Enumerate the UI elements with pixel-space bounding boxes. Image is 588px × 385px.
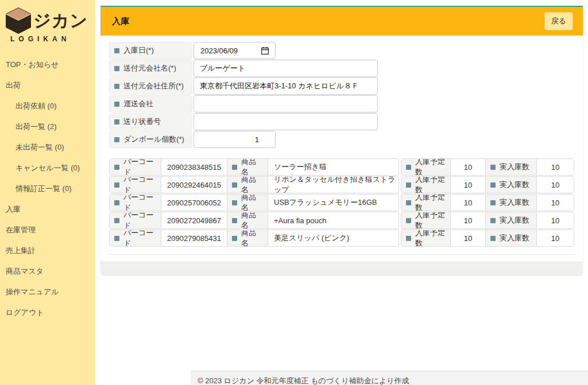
actual-qty-label: 実入庫数 [486, 230, 537, 246]
sidebar-menu-item[interactable]: 情報訂正一覧 (0) [0, 178, 95, 199]
actual-qty-value: 10 [537, 212, 574, 228]
inbound-date-input[interactable]: 2023/06/09 [194, 42, 276, 59]
logo-cube-icon [6, 7, 31, 34]
sidebar-menu-item[interactable]: 出荷依頼 (0) [0, 96, 95, 116]
back-button[interactable]: 戻る [544, 12, 573, 30]
logo[interactable]: ジカン LOGIKAN [0, 0, 95, 43]
card-body: 入庫日(*) 2023/06/09 送付元会社名(*) [100, 36, 583, 262]
sender-address-input[interactable] [194, 77, 378, 95]
item-info-group: バーコード 2090272049867 商品名 +Aura fia pouch [109, 212, 399, 229]
square-bullet-icon [490, 182, 496, 188]
item-info-group: バーコード 2090279085431 商品名 美足スリッパ (ピンク) [109, 230, 399, 247]
tracking-number-label: 送り状番号 [109, 113, 192, 130]
form-row-sender-address: 送付元会社住所(*) [109, 77, 574, 95]
square-bullet-icon [406, 218, 411, 223]
product-name-label: 商品名 [227, 177, 268, 193]
sidebar: ジカン LOGIKAN TOP・お知らせ 出荷 出荷依頼 (0) 出荷一覧 (2… [0, 0, 95, 385]
tracking-number-input[interactable] [194, 113, 378, 130]
square-bullet-icon [114, 236, 119, 241]
sidebar-menu-item[interactable]: 出荷 [0, 75, 95, 96]
product-name-value: リボン＆タッセル付き招き猫ストラップ [268, 177, 399, 193]
form-row-carrier: 運送会社 [109, 95, 574, 112]
square-bullet-icon [114, 200, 119, 205]
barcode-value: 2090292464015 [161, 177, 227, 193]
page-title: 入庫 [112, 16, 129, 27]
expected-qty-value: 10 [451, 177, 486, 193]
sidebar-menu-item[interactable]: キャンセル一覧 (0) [0, 158, 95, 178]
sender-address-label: 送付元会社住所(*) [109, 77, 192, 95]
calendar-icon[interactable] [261, 47, 269, 55]
inbound-date-label: 入庫日(*) [109, 42, 192, 59]
square-bullet-icon [406, 200, 411, 205]
product-name-value: +Aura fia pouch [268, 212, 399, 228]
barcode-value: 2090257006052 [161, 195, 227, 211]
square-bullet-icon [232, 200, 237, 205]
table-row: バーコード 2090257006052 商品名 USBフラッシュメモリー16GB… [109, 194, 574, 211]
square-bullet-icon [232, 218, 237, 223]
actual-qty-value: 10 [537, 195, 574, 211]
item-info-group: バーコード 2090238348515 商品名 ソーラー招き猫 [109, 158, 399, 176]
sidebar-menu-item[interactable]: 売上集計 [0, 240, 95, 261]
square-bullet-icon [490, 236, 496, 241]
barcode-value: 2090279085431 [161, 230, 227, 246]
form-row-tracking-number: 送り状番号 [109, 113, 574, 130]
sidebar-menu-item[interactable]: 操作マニュアル [0, 282, 95, 302]
expected-qty-value: 10 [451, 195, 486, 211]
carrier-label: 運送会社 [109, 95, 192, 112]
box-count-input[interactable] [194, 131, 276, 148]
expected-qty-label: 入庫予定数 [401, 177, 451, 193]
sidebar-menu-item[interactable]: 商品マスタ [0, 261, 95, 282]
product-name-label: 商品名 [227, 159, 268, 175]
expected-qty-label: 入庫予定数 [401, 230, 451, 246]
expected-qty-label: 入庫予定数 [401, 212, 451, 228]
actual-qty-value: 10 [537, 177, 574, 193]
actual-qty-label: 実入庫数 [486, 159, 537, 175]
barcode-value: 2090238348515 [161, 159, 227, 175]
square-bullet-icon [490, 165, 496, 170]
product-name-value: USBフラッシュメモリー16GB [268, 195, 399, 211]
product-name-value: ソーラー招き猫 [268, 159, 399, 175]
quantity-group: 入庫予定数 10 実入庫数 10 [401, 212, 574, 229]
table-row: バーコード 2090238348515 商品名 ソーラー招き猫 入庫予定数 10… [109, 158, 574, 176]
square-bullet-icon [114, 119, 119, 125]
carrier-input[interactable] [194, 95, 378, 112]
barcode-label: バーコード [110, 195, 161, 211]
table-row: バーコード 2090292464015 商品名 リボン＆タッセル付き招き猫ストラ… [109, 176, 574, 193]
sidebar-menu-item[interactable]: ログアウト [0, 302, 95, 323]
item-info-group: バーコード 2090292464015 商品名 リボン＆タッセル付き招き猫ストラ… [109, 176, 399, 193]
brand-name-jp: ジカン [33, 9, 88, 33]
sidebar-menu-item[interactable]: TOP・お知らせ [0, 55, 95, 75]
square-bullet-icon [232, 165, 237, 170]
item-info-group: バーコード 2090257006052 商品名 USBフラッシュメモリー16GB [109, 194, 399, 211]
actual-qty-value: 10 [537, 159, 574, 175]
square-bullet-icon [114, 218, 119, 223]
barcode-label: バーコード [110, 177, 161, 193]
actual-qty-label: 実入庫数 [486, 177, 537, 193]
sidebar-menu-item[interactable]: 在庫管理 [0, 220, 95, 240]
expected-qty-value: 10 [451, 159, 486, 175]
sidebar-menu: TOP・お知らせ 出荷 出荷依頼 (0) 出荷一覧 (2) 未出荷一覧 (0) … [0, 55, 95, 323]
quantity-group: 入庫予定数 10 実入庫数 10 [401, 230, 574, 247]
items-table: バーコード 2090238348515 商品名 ソーラー招き猫 入庫予定数 10… [109, 158, 574, 247]
main-content: 入庫 戻る 入庫日(*) 2023/06/09 [95, 6, 588, 385]
barcode-label: バーコード [110, 159, 161, 175]
sidebar-menu-item[interactable]: 未出荷一覧 (0) [0, 137, 95, 158]
sender-company-label: 送付元会社名(*) [109, 60, 192, 77]
brand-name-en: LOGIKAN [10, 35, 95, 43]
square-bullet-icon [114, 84, 119, 89]
square-bullet-icon [114, 66, 119, 71]
square-bullet-icon [114, 48, 119, 53]
sender-company-input[interactable] [194, 60, 378, 77]
square-bullet-icon [490, 200, 496, 205]
square-bullet-icon [490, 218, 496, 223]
sidebar-menu-item[interactable]: 出荷一覧 (2) [0, 116, 95, 137]
quantity-group: 入庫予定数 10 実入庫数 10 [401, 158, 574, 176]
expected-qty-value: 10 [451, 230, 486, 246]
card-footer [100, 262, 583, 275]
sidebar-menu-item[interactable]: 入庫 [0, 199, 95, 220]
expected-qty-label: 入庫予定数 [401, 159, 451, 175]
expected-qty-label: 入庫予定数 [401, 195, 451, 211]
box-count-label: ダンボール個数(*) [109, 131, 192, 148]
quantity-group: 入庫予定数 10 実入庫数 10 [401, 176, 574, 193]
form-row-inbound-date: 入庫日(*) 2023/06/09 [109, 42, 574, 59]
